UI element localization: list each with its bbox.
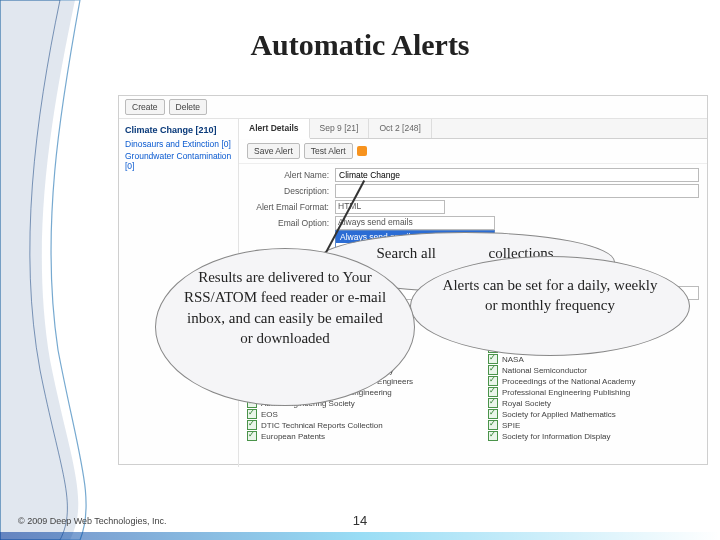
collection-item[interactable]: Professional Engineering Publishing (488, 387, 699, 397)
email-option-label: Email Option: (247, 218, 329, 228)
background-swoosh (0, 0, 120, 540)
sidebar-item[interactable]: Groundwater Contamination [0] (125, 151, 232, 171)
collection-item[interactable]: National Semiconductor (488, 365, 699, 375)
collection-item[interactable]: Proceedings of the National Academy (488, 376, 699, 386)
tab-run-2[interactable]: Oct 2 [248] (369, 119, 432, 138)
collection-label: Society for Information Display (502, 432, 611, 441)
checkbox-icon[interactable] (247, 431, 257, 441)
rss-icon[interactable] (357, 146, 367, 156)
checkbox-icon[interactable] (247, 409, 257, 419)
checkbox-icon[interactable] (488, 365, 498, 375)
page-number: 14 (0, 513, 720, 528)
collection-item[interactable]: Royal Society (488, 398, 699, 408)
sidebar-item[interactable]: Dinosaurs and Extinction [0] (125, 139, 232, 149)
description-label: Description: (247, 186, 329, 196)
collection-label: EOS (261, 410, 278, 419)
create-button[interactable]: Create (125, 99, 165, 115)
app-toolbar: Create Delete (119, 96, 707, 119)
collection-item[interactable]: NASA (488, 354, 699, 364)
tab-actions: Save Alert Test Alert (239, 139, 707, 164)
description-input[interactable] (335, 184, 699, 198)
collection-label: Royal Society (502, 399, 551, 408)
callout-delivery: Results are delivered to Your RSS/ATOM f… (155, 248, 415, 406)
test-alert-button[interactable]: Test Alert (304, 143, 353, 159)
collection-label: Professional Engineering Publishing (502, 388, 630, 397)
checkbox-icon[interactable] (247, 420, 257, 430)
delete-button[interactable]: Delete (169, 99, 208, 115)
checkbox-icon[interactable] (488, 354, 498, 364)
collection-item[interactable]: DTIC Technical Reports Collection (247, 420, 458, 430)
collection-item[interactable]: European Patents (247, 431, 458, 441)
collection-label: National Semiconductor (502, 366, 587, 375)
collection-label: European Patents (261, 432, 325, 441)
checkbox-icon[interactable] (488, 398, 498, 408)
tab-strip: Alert Details Sep 9 [21] Oct 2 [248] (239, 119, 707, 139)
email-option-select[interactable]: Always send emails (335, 216, 495, 230)
collection-label: DTIC Technical Reports Collection (261, 421, 383, 430)
save-alert-button[interactable]: Save Alert (247, 143, 300, 159)
checkbox-icon[interactable] (488, 431, 498, 441)
page-title: Automatic Alerts (0, 28, 720, 62)
collection-item[interactable]: SPIE (488, 420, 699, 430)
tab-alert-details[interactable]: Alert Details (239, 119, 310, 139)
checkbox-icon[interactable] (488, 420, 498, 430)
checkbox-icon[interactable] (488, 376, 498, 386)
collection-label: NASA (502, 355, 524, 364)
collection-item[interactable]: Society for Applied Mathematics (488, 409, 699, 419)
collection-label: Society for Applied Mathematics (502, 410, 616, 419)
collection-item[interactable]: EOS (247, 409, 458, 419)
callout-frequency: Alerts can be set for a daily, weekly or… (410, 256, 690, 356)
checkbox-icon[interactable] (488, 387, 498, 397)
checkbox-icon[interactable] (488, 409, 498, 419)
collection-label: SPIE (502, 421, 520, 430)
email-format-label: Alert Email Format: (247, 202, 329, 212)
collection-label: Proceedings of the National Academy (502, 377, 635, 386)
bottom-accent (0, 532, 720, 540)
tab-run-1[interactable]: Sep 9 [21] (310, 119, 370, 138)
alert-name-label: Alert Name: (247, 170, 329, 180)
collection-item[interactable]: Society for Information Display (488, 431, 699, 441)
alert-name-input[interactable] (335, 168, 699, 182)
sidebar-heading[interactable]: Climate Change [210] (125, 125, 232, 135)
